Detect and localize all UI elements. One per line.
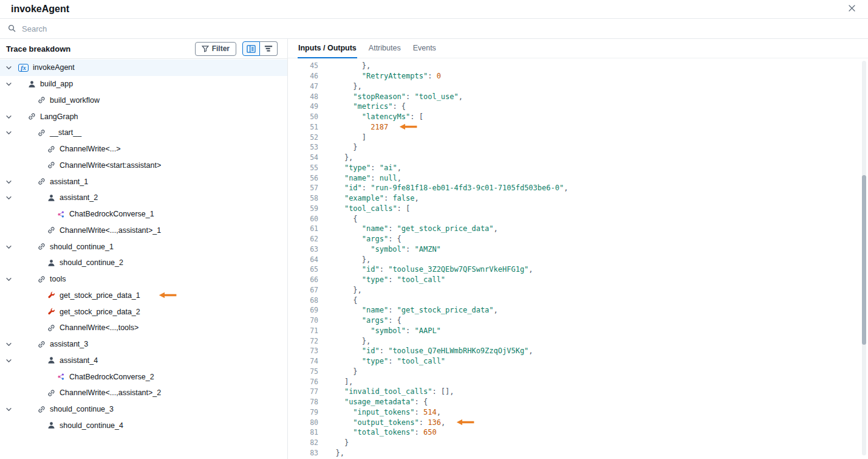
chain-icon [38, 96, 46, 104]
code-line: 55 "type": "ai", [295, 163, 868, 173]
line-number: 54 [295, 153, 327, 162]
annotation-arrow [159, 292, 177, 299]
line-number: 76 [295, 378, 327, 386]
code-line: 66 "type": "tool_call" [295, 275, 868, 285]
tree-item[interactable]: ChannelWrite<...,assistant>_1 [0, 223, 287, 239]
detail-tabs: Inputs / OutputsAttributesEvents [288, 39, 868, 58]
tree-item-label: invokeAgent [33, 63, 75, 72]
tree-item-label: get_stock_price_data_2 [60, 308, 140, 316]
code-text: "invalid_tool_calls": [], [327, 387, 454, 396]
chevron-down-icon[interactable] [5, 129, 12, 136]
funnel-icon [202, 45, 209, 52]
code-text: "stopReason": "tool_use", [327, 92, 463, 101]
line-number: 77 [295, 387, 327, 396]
tree-item-label: ChannelWrite<...> [60, 145, 121, 153]
tree-item[interactable]: assistant_4 [0, 353, 287, 369]
tree-item[interactable]: __start__ [0, 125, 287, 141]
tree-item[interactable]: ChannelWrite<...,tools> [0, 320, 287, 336]
tree-item[interactable]: assistant_2 [0, 190, 287, 206]
code-text: }, [327, 449, 344, 457]
line-number: 68 [295, 296, 327, 305]
code-text: } [327, 143, 358, 151]
line-number: 57 [295, 184, 327, 192]
chevron-down-icon[interactable] [5, 341, 12, 348]
code-line: 78 "usage_metadata": { [295, 397, 868, 407]
code-text: "input_tokens": 514, [327, 408, 441, 416]
filter-button[interactable]: Filter [195, 42, 236, 56]
search-icon [8, 24, 16, 33]
tree-item[interactable]: build_workflow [0, 92, 287, 109]
line-number: 75 [295, 367, 327, 376]
line-number: 83 [295, 449, 327, 457]
code-text: }, [327, 61, 371, 70]
tree-item[interactable]: should_continue_4 [0, 418, 287, 434]
code-line: 56 "name": null, [295, 173, 868, 183]
tree-item[interactable]: build_app [0, 76, 287, 92]
tree-item[interactable]: tools [0, 271, 287, 288]
tree-item[interactable]: ChannelWrite<start:assistant> [0, 157, 287, 174]
code-text: "name": "get_stock_price_data", [327, 306, 498, 314]
line-number: 82 [295, 438, 327, 447]
code-line: 71 "symbol": "AAPL" [295, 326, 868, 336]
chevron-down-icon[interactable] [5, 244, 12, 250]
tab-events[interactable]: Events [412, 39, 437, 58]
close-button[interactable] [845, 2, 858, 16]
tree-item[interactable]: ChannelWrite<...,assistant>_2 [0, 385, 287, 401]
agent-icon [47, 259, 55, 267]
timeline-view-toggle-button[interactable] [260, 41, 278, 56]
tree-item[interactable]: should_continue_1 [0, 238, 287, 255]
chevron-down-icon[interactable] [5, 406, 12, 413]
code-line: 49 "metrics": { [295, 102, 868, 112]
tree-view-toggle-button[interactable] [242, 41, 260, 56]
trace-tree: fxinvokeAgentbuild_appbuild_workflowLang… [0, 58, 287, 459]
search-input[interactable]: Search [22, 24, 47, 33]
tree-item[interactable]: LangGraph [0, 108, 287, 125]
chevron-down-icon[interactable] [5, 179, 12, 185]
code-viewer[interactable]: 45 },46 "RetryAttempts": 047 },48 "stopR… [288, 58, 868, 459]
code-text: }, [327, 153, 353, 162]
tree-item[interactable]: assistant_1 [0, 173, 287, 190]
tree-item[interactable]: get_stock_price_data_1 [0, 288, 287, 304]
tree-item[interactable]: get_stock_price_data_2 [0, 303, 287, 320]
code-line: 47 }, [295, 81, 868, 92]
tree-item-label: assistant_1 [50, 178, 88, 186]
tool-icon [47, 308, 55, 316]
code-line: 63 "symbol": "AMZN" [295, 244, 868, 255]
search-bar[interactable]: Search [0, 19, 868, 39]
tree-item-label: LangGraph [40, 112, 78, 121]
chevron-down-icon[interactable] [5, 195, 12, 201]
chain-icon [47, 389, 55, 397]
chevron-down-icon[interactable] [5, 81, 12, 88]
tree-item[interactable]: should_continue_2 [0, 255, 287, 271]
line-number: 80 [295, 418, 327, 427]
tab-inputs-outputs[interactable]: Inputs / Outputs [298, 39, 357, 58]
tab-attributes[interactable]: Attributes [368, 39, 402, 58]
tree-item-label: get_stock_price_data_1 [60, 291, 140, 300]
tree-item-label: should_continue_1 [50, 243, 114, 251]
tree-item[interactable]: ChatBedrockConverse_1 [0, 206, 287, 223]
tree-item[interactable]: should_continue_3 [0, 401, 287, 418]
code-text: { [327, 215, 358, 223]
model-icon [57, 373, 65, 381]
code-line: 76 ], [295, 376, 868, 387]
chevron-down-icon[interactable] [5, 114, 12, 120]
line-number: 79 [295, 408, 327, 416]
chain-icon [47, 161, 55, 169]
scrollbar-thumb[interactable] [862, 175, 866, 345]
tree-item[interactable]: ChatBedrockConverse_2 [0, 368, 287, 385]
vertical-scrollbar[interactable] [862, 61, 866, 455]
code-line: 46 "RetryAttempts": 0 [295, 71, 868, 81]
code-line: 73 "id": "tooluse_Q7eHLWmbRHKo9ZzqOjV5Kg… [295, 346, 868, 356]
trace-panel-title: Trace breakdown [6, 44, 70, 53]
line-number: 74 [295, 357, 327, 365]
code-line: 74 "type": "tool_call" [295, 356, 868, 367]
chevron-down-icon[interactable] [5, 64, 12, 71]
chain-icon [28, 112, 36, 120]
tree-item[interactable]: ChannelWrite<...> [0, 141, 287, 157]
tree-item[interactable]: assistant_3 [0, 336, 287, 353]
chevron-down-icon[interactable] [5, 276, 12, 283]
code-text: ] [327, 133, 366, 142]
code-text: "type": "tool_call" [327, 275, 445, 284]
chevron-down-icon[interactable] [5, 357, 12, 364]
tree-item[interactable]: fxinvokeAgent [0, 60, 287, 76]
